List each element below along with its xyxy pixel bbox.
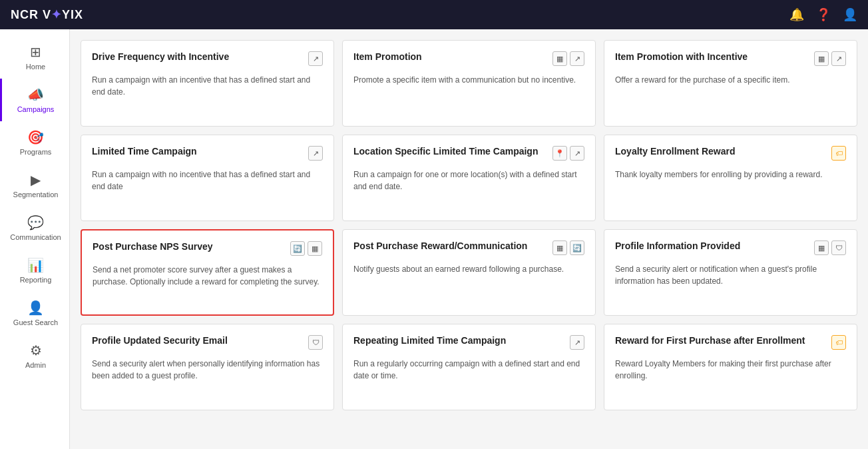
sidebar-item-campaigns[interactable]: 📣 Campaigns xyxy=(0,79,69,121)
sidebar-label-admin: Admin xyxy=(25,361,46,369)
card-loyalty-enrollment[interactable]: Loyalty Enrollment Reward 🏷 Thank loyalt… xyxy=(604,135,857,221)
sidebar-item-programs[interactable]: 🎯 Programs xyxy=(0,121,69,164)
sidebar: ⊞ Home 📣 Campaigns 🎯 Programs ▶ Segmenta… xyxy=(0,29,70,449)
segmentation-icon: ▶ xyxy=(31,172,41,188)
card-title-drive-frequency: Drive Frequency with Incentive xyxy=(92,51,308,62)
card-title-location-specific: Location Specific Limited Time Campaign xyxy=(353,146,552,157)
card-limited-time-campaign[interactable]: Limited Time Campaign ↗ Run a campaign w… xyxy=(81,135,334,221)
home-icon: ⊞ xyxy=(30,44,41,60)
card-title-item-promotion: Item Promotion xyxy=(353,51,552,62)
programs-icon: 🎯 xyxy=(27,129,44,145)
trend-icon-item-promotion-incentive: ↗ xyxy=(831,51,846,66)
sidebar-item-reporting[interactable]: 📊 Reporting xyxy=(0,249,69,292)
grid-icon-post-purchase-nps: ▦ xyxy=(308,241,322,256)
card-desc-repeating-limited-time: Run a regularly occurring campaign with … xyxy=(353,358,584,382)
tag-icon-loyalty-enrollment: 🏷 xyxy=(831,146,846,161)
card-desc-profile-info-provided: Send a security alert or notification wh… xyxy=(615,263,846,287)
card-title-profile-updated-security: Profile Updated Security Email xyxy=(92,335,308,346)
sidebar-label-communication: Communication xyxy=(10,233,61,241)
reporting-icon: 📊 xyxy=(27,257,44,273)
sidebar-item-segmentation[interactable]: ▶ Segmentation xyxy=(0,164,69,207)
sidebar-label-guest-search: Guest Search xyxy=(13,318,58,326)
refresh-icon-post-purchase-reward: 🔄 xyxy=(570,240,584,255)
card-title-post-purchase-reward: Post Purchase Reward/Communication xyxy=(353,240,552,251)
trend-icon-item-promotion: ↗ xyxy=(570,51,584,66)
grid-icon-post-purchase-reward: ▦ xyxy=(552,240,567,255)
card-title-profile-info-provided: Profile Information Provided xyxy=(615,240,814,251)
card-title-post-purchase-nps: Post Purchase NPS Survey xyxy=(93,241,290,252)
sidebar-label-home: Home xyxy=(26,63,45,71)
card-desc-profile-updated-security: Send a security alert when personally id… xyxy=(92,358,323,382)
trend-icon-limited-time: ↗ xyxy=(308,146,323,161)
sidebar-item-communication[interactable]: 💬 Communication xyxy=(0,207,69,249)
card-reward-first-purchase[interactable]: Reward for First Purchase after Enrollme… xyxy=(604,324,857,410)
admin-icon: ⚙ xyxy=(30,342,42,358)
card-title-loyalty-enrollment: Loyalty Enrollment Reward xyxy=(615,146,831,157)
top-navigation: NCR V✦YIX 🔔 ❓ 👤 xyxy=(0,0,868,29)
card-title-item-promotion-incentive: Item Promotion with Incentive xyxy=(615,51,814,62)
card-desc-post-purchase-reward: Notify guests about an earned reward fol… xyxy=(353,263,584,275)
help-icon[interactable]: ❓ xyxy=(816,7,831,22)
card-location-specific[interactable]: Location Specific Limited Time Campaign … xyxy=(342,135,596,221)
card-desc-location-specific: Run a campaign for one or more location(… xyxy=(353,169,584,193)
tag-icon-reward-first-purchase: 🏷 xyxy=(831,335,846,350)
card-item-promotion[interactable]: Item Promotion ▦ ↗ Promote a specific it… xyxy=(342,40,596,127)
card-post-purchase-reward[interactable]: Post Purchase Reward/Communication ▦ 🔄 N… xyxy=(342,229,596,316)
card-item-promotion-incentive[interactable]: Item Promotion with Incentive ▦ ↗ Offer … xyxy=(604,40,857,127)
trend-icon-location-specific: ↗ xyxy=(570,146,584,161)
card-title-limited-time-campaign: Limited Time Campaign xyxy=(92,146,308,157)
card-desc-item-promotion-incentive: Offer a reward for the purchase of a spe… xyxy=(615,74,846,86)
campaign-card-grid: Drive Frequency with Incentive ↗ Run a c… xyxy=(81,40,857,410)
communication-icon: 💬 xyxy=(27,215,44,230)
notification-icon[interactable]: 🔔 xyxy=(789,7,804,22)
card-desc-limited-time-campaign: Run a campaign with no incentive that ha… xyxy=(92,169,323,193)
card-drive-frequency[interactable]: Drive Frequency with Incentive ↗ Run a c… xyxy=(81,40,334,127)
refresh-icon-post-purchase-nps: 🔄 xyxy=(290,241,305,256)
card-repeating-limited-time[interactable]: Repeating Limited Time Campaign ↗ Run a … xyxy=(342,324,596,410)
card-desc-drive-frequency: Run a campaign with an incentive that ha… xyxy=(92,74,323,98)
card-profile-updated-security[interactable]: Profile Updated Security Email 🛡 Send a … xyxy=(81,324,334,410)
trend-icon-drive-frequency: ↗ xyxy=(308,51,323,66)
card-title-reward-first-purchase: Reward for First Purchase after Enrollme… xyxy=(615,335,831,346)
card-desc-item-promotion: Promote a specific item with a communica… xyxy=(353,74,584,86)
grid-icon-item-promotion: ▦ xyxy=(552,51,567,66)
trend-icon-repeating-limited-time: ↗ xyxy=(570,335,584,350)
campaigns-icon: 📣 xyxy=(27,87,44,103)
card-desc-loyalty-enrollment: Thank loyalty members for enrolling by p… xyxy=(615,169,846,181)
sidebar-label-campaigns: Campaigns xyxy=(17,105,55,113)
sidebar-label-reporting: Reporting xyxy=(20,276,52,284)
grid-icon-item-promotion-incentive: ▦ xyxy=(814,51,829,66)
sidebar-item-home[interactable]: ⊞ Home xyxy=(0,36,69,79)
card-post-purchase-nps[interactable]: Post Purchase NPS Survey 🔄 ▦ Send a net … xyxy=(81,229,334,316)
sidebar-label-segmentation: Segmentation xyxy=(13,191,59,199)
guest-search-icon: 👤 xyxy=(27,300,44,316)
grid-icon-profile-info: ▦ xyxy=(814,240,829,255)
sidebar-item-admin[interactable]: ⚙ Admin xyxy=(0,334,69,377)
card-title-repeating-limited-time: Repeating Limited Time Campaign xyxy=(353,335,570,346)
location-icon-location-specific: 📍 xyxy=(552,146,567,161)
user-account-icon[interactable]: 👤 xyxy=(843,7,857,22)
card-profile-info-provided[interactable]: Profile Information Provided ▦ 🛡 Send a … xyxy=(604,229,857,316)
logo: NCR V✦YIX xyxy=(11,7,83,22)
content-area: Drive Frequency with Incentive ↗ Run a c… xyxy=(70,29,868,449)
sidebar-item-guest-search[interactable]: 👤 Guest Search xyxy=(0,292,69,334)
shield-icon-profile-info: 🛡 xyxy=(831,240,846,255)
card-desc-post-purchase-nps: Send a net promoter score survey after a… xyxy=(93,264,322,288)
card-desc-reward-first-purchase: Reward Loyalty Members for making their … xyxy=(615,358,846,382)
shield-icon-profile-security: 🛡 xyxy=(308,335,323,350)
sidebar-label-programs: Programs xyxy=(20,148,52,156)
